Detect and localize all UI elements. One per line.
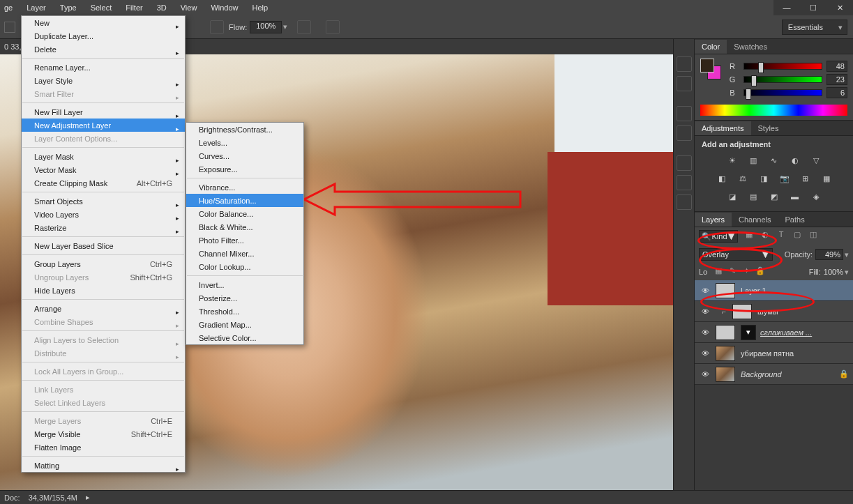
lock-icon[interactable]: 🔒 [755, 266, 766, 277]
layer-row[interactable]: 👁▾сглаживаем ... [695, 322, 853, 343]
minimize-button[interactable]: — [773, 0, 800, 15]
menu-item[interactable]: Color Balance... [186, 207, 303, 220]
lock-all-icon[interactable]: ✦ [741, 266, 752, 277]
brush-presets-icon[interactable] [677, 175, 692, 190]
layer-thumbnail[interactable] [716, 325, 735, 340]
visibility-icon[interactable]: 👁 [699, 370, 711, 379]
tab-channels[interactable]: Channels [732, 213, 778, 227]
color-balance-icon[interactable]: ⚖ [735, 171, 750, 186]
filter-type-icon[interactable]: T [775, 230, 787, 243]
layer-thumbnail[interactable] [716, 367, 735, 382]
menu-item[interactable]: Flatten Image [22, 441, 185, 454]
visibility-icon[interactable]: 👁 [699, 307, 711, 316]
curves-icon[interactable]: ∿ [767, 153, 782, 168]
tablet-pressure-icon[interactable] [297, 20, 311, 34]
tool-preset-picker[interactable] [4, 22, 15, 33]
tab-adjustments[interactable]: Adjustments [695, 121, 751, 135]
menu-item[interactable]: Group LayersCtrl+G [22, 257, 185, 270]
symmetry-icon[interactable] [326, 20, 340, 34]
menu-item[interactable]: Posterize... [186, 291, 303, 305]
photo-filter-icon[interactable]: 📷 [777, 171, 792, 186]
menu-item[interactable]: Layer Mask [22, 150, 185, 163]
restore-button[interactable]: ☐ [800, 0, 826, 15]
tab-layers[interactable]: Layers [695, 213, 732, 227]
actions-icon[interactable] [677, 76, 692, 91]
blend-mode-select[interactable]: Overlay⯆ [699, 248, 773, 261]
menu-item[interactable]: Create Clipping MaskAlt+Ctrl+G [22, 176, 185, 190]
menu-item[interactable]: Threshold... [186, 305, 303, 318]
menu-item[interactable]: Curves... [186, 149, 303, 162]
filter-pixel-icon[interactable]: ▦ [743, 230, 755, 243]
menu-item[interactable]: Black & White... [186, 220, 303, 234]
selective-color-icon[interactable]: ◈ [808, 189, 824, 204]
tab-styles[interactable]: Styles [751, 121, 786, 135]
visibility-icon[interactable]: 👁 [699, 349, 711, 358]
flow-input[interactable]: 100% [250, 21, 282, 33]
menu-item[interactable]: Rename Layer... [22, 61, 185, 74]
tab-swatches[interactable]: Swatches [727, 40, 774, 54]
layer-name[interactable]: шумы [757, 307, 778, 316]
lock-position-icon[interactable]: ✎ [727, 266, 738, 277]
color-spectrum[interactable] [700, 105, 847, 116]
exposure-icon[interactable]: ◐ [787, 153, 803, 168]
workspace-switcher[interactable]: Essentials [782, 20, 847, 35]
menu-item[interactable]: Rasterize [22, 221, 185, 234]
tab-paths[interactable]: Paths [778, 213, 812, 227]
filter-smart-icon[interactable]: ◫ [807, 230, 820, 243]
lock-pixels-icon[interactable]: ▦ [713, 266, 724, 277]
tab-color[interactable]: Color [695, 40, 727, 54]
g-value[interactable]: 23 [826, 74, 847, 85]
layer-thumbnail[interactable] [732, 304, 752, 319]
gradient-map-icon[interactable]: ▬ [787, 189, 803, 204]
menu-image[interactable]: ge [1, 1, 20, 14]
menu-item[interactable]: Color Lookup... [186, 260, 303, 273]
visibility-icon[interactable]: 👁 [699, 287, 711, 295]
bw-icon[interactable]: ◨ [756, 171, 771, 186]
layer-thumbnail[interactable] [716, 346, 735, 361]
clone-source-icon[interactable] [677, 194, 692, 210]
menu-item[interactable]: New [22, 16, 185, 29]
layer-name[interactable]: Layer 1 [741, 287, 767, 295]
levels-icon[interactable]: ▥ [746, 153, 761, 168]
layer-name[interactable]: Background [741, 370, 782, 379]
invert-icon[interactable]: ◪ [725, 189, 740, 204]
menu-select[interactable]: Select [84, 1, 119, 14]
filter-shape-icon[interactable]: ▢ [791, 230, 803, 243]
layer-row[interactable]: 👁Layer 1 [695, 280, 853, 301]
menu-item[interactable]: Brightness/Contrast... [186, 123, 303, 136]
visibility-icon[interactable]: 👁 [699, 328, 711, 337]
filter-adjust-icon[interactable]: ◐ [759, 230, 771, 243]
menu-item[interactable]: Vibrance... [186, 181, 303, 194]
dropdown-icon[interactable]: ▾ [845, 268, 849, 277]
paragraph-icon[interactable] [677, 125, 692, 141]
menu-window[interactable]: Window [204, 1, 245, 14]
layer-row[interactable]: 👁⌐шумы [695, 301, 853, 322]
posterize-icon[interactable]: ▤ [746, 189, 761, 204]
menu-item[interactable]: Smart Objects [22, 194, 185, 208]
menu-item[interactable]: Invert... [186, 278, 303, 291]
menu-item[interactable]: Gradient Map... [186, 318, 303, 331]
menu-item[interactable]: Channel Mixer... [186, 247, 303, 260]
brush-panel-icon[interactable] [677, 155, 692, 171]
menu-item[interactable]: Duplicate Layer... [22, 29, 185, 43]
menu-item[interactable]: New Adjustment Layer [22, 119, 185, 132]
hue-icon[interactable]: ◧ [714, 171, 730, 186]
menu-item[interactable]: Hue/Saturation... [186, 194, 303, 207]
vibrance-icon[interactable]: ▽ [808, 153, 824, 168]
menu-type[interactable]: Type [53, 1, 84, 14]
menu-item[interactable]: Vector Mask [22, 163, 185, 176]
opacity-value[interactable]: 49% [815, 249, 843, 260]
menu-item[interactable]: Levels... [186, 136, 303, 149]
layer-name[interactable]: сглаживаем ... [760, 328, 812, 337]
menu-item[interactable]: Matting [22, 459, 185, 472]
threshold-icon[interactable]: ◩ [767, 189, 782, 204]
dropdown-icon[interactable]: ▾ [845, 250, 849, 259]
menu-filter[interactable]: Filter [119, 1, 149, 14]
status-arrow-icon[interactable]: ▸ [86, 493, 90, 502]
lookup-icon[interactable]: ▦ [819, 171, 834, 186]
menu-item[interactable]: Exposure... [186, 162, 303, 176]
g-slider[interactable] [743, 76, 822, 83]
menu-item[interactable]: New Layer Based Slice [22, 239, 185, 252]
dropdown-icon[interactable]: ▾ [283, 22, 287, 31]
menu-item[interactable]: Delete [22, 43, 185, 56]
